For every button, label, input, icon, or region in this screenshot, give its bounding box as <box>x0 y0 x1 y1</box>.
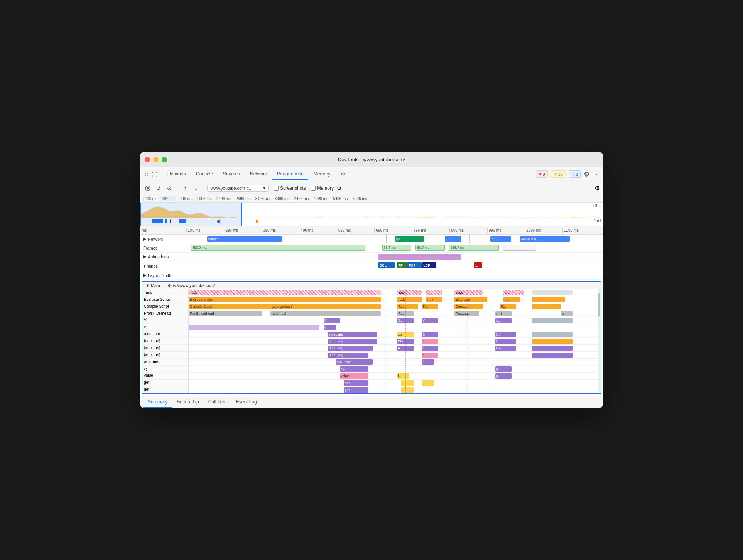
profiling-bar-5[interactable]: (...) <box>495 311 512 316</box>
tab-performance[interactable]: Performance <box>272 169 308 180</box>
compile-bar-3[interactable]: R... <box>397 304 418 309</box>
task-bar-6[interactable] <box>532 290 573 295</box>
sub-bar-i1[interactable]: i... <box>495 318 512 323</box>
tab-call-tree[interactable]: Call Tree <box>204 397 231 408</box>
net-bar-5[interactable]: Generate! <box>520 236 570 242</box>
compile-bar-1[interactable]: Compile Script <box>189 304 270 309</box>
sub-bar-s[interactable]: S <box>422 332 438 337</box>
sub-bar-winmer[interactable]: win...mer <box>336 359 373 365</box>
task-bar-1[interactable]: Task <box>189 290 381 295</box>
reload-button[interactable]: ↺ <box>154 184 163 193</box>
sub-bar-v1[interactable]: V <box>324 318 340 323</box>
tab-elements[interactable]: Elements <box>162 169 191 180</box>
memory-label[interactable]: Memory <box>317 186 334 191</box>
frame-bar-4[interactable]: 216.7 ms <box>449 245 499 251</box>
settings-icon[interactable]: ⚙ <box>584 170 590 179</box>
tab-bottom-up[interactable]: Bottom-Up <box>172 397 203 408</box>
sub-bar-cy[interactable]: cy <box>340 366 368 372</box>
screenshots-checkbox[interactable] <box>274 186 279 191</box>
sub-bar-i2[interactable]: i... <box>397 373 410 379</box>
net-bar-4[interactable]: C... <box>490 236 511 242</box>
error-badge-blue[interactable]: ⊟ 6 <box>569 170 581 178</box>
memory-checkbox[interactable] <box>311 186 316 191</box>
profiling-bar-6[interactable]: b <box>561 311 573 316</box>
timing-fp[interactable]: FP <box>397 262 407 268</box>
tab-sources[interactable]: Sources <box>218 169 245 180</box>
compile-bar-4[interactable]: F...l <box>422 304 438 309</box>
sub-bar-v-lower[interactable]: v <box>324 325 336 330</box>
tab-event-log[interactable]: Event Log <box>231 397 262 408</box>
inspect-icon[interactable]: ⠿ <box>143 170 149 179</box>
sub-bar-v2[interactable]: V <box>422 318 438 323</box>
sub-bar-get1[interactable]: get <box>344 380 369 386</box>
net-bar-1[interactable]: identifi... <box>207 236 282 242</box>
sub-bar-gray1[interactable] <box>532 318 573 323</box>
timing-l[interactable]: L <box>474 262 482 268</box>
close-button[interactable] <box>145 157 150 162</box>
profiling-bar-2[interactable]: (ano...us) <box>270 311 381 316</box>
sub-bar-get2[interactable]: get <box>344 387 369 393</box>
device-icon[interactable]: ⬚ <box>151 170 158 179</box>
url-selector[interactable]: www.youtube.com #1 ▼ <box>207 185 269 192</box>
compile-bar-5[interactable]: Com...ipt <box>454 304 483 309</box>
profiling-bar-1[interactable]: Profili...verhead <box>189 311 262 316</box>
compile-bar-7[interactable] <box>532 304 561 309</box>
frame-bar-3[interactable]: 66.7 ms <box>415 245 445 251</box>
animations-expand-icon[interactable]: ▶ <box>143 254 146 259</box>
eval-bar-1[interactable]: Evaluate Script <box>189 297 381 302</box>
clear-button[interactable]: ⊘ <box>165 184 174 193</box>
sub-bar-parens2[interactable]: (... <box>422 359 434 365</box>
more-options-icon[interactable]: ⋮ <box>593 170 600 179</box>
eval-bar-3[interactable]: F...k <box>426 297 442 302</box>
timing-dcl[interactable]: DCL <box>378 262 395 268</box>
screenshots-label[interactable]: Screenshots <box>280 186 306 191</box>
frame-bar-5[interactable] <box>503 245 536 251</box>
sub-bar-g1[interactable]: g... <box>495 366 512 372</box>
compile-bar-6[interactable]: R... <box>500 304 516 309</box>
task-bar-2[interactable]: Task <box>397 290 422 295</box>
eval-bar-5[interactable]: F... <box>503 297 520 302</box>
timing-lcp[interactable]: LCP <box>422 262 436 268</box>
sub-bar-rf[interactable]: RF <box>495 346 516 351</box>
timing-fcp[interactable]: FCP <box>407 262 422 268</box>
frame-bar-1[interactable]: 450.0 ms <box>191 245 366 251</box>
tab-network[interactable]: Network <box>245 169 272 180</box>
sub-bar-f2[interactable]: f... <box>422 353 438 358</box>
task-bar-3[interactable]: T... <box>426 290 442 295</box>
upload-button[interactable]: ↑ <box>181 184 190 193</box>
animation-bar[interactable] <box>378 254 461 260</box>
compile-bar-2[interactable]: (anonymous) <box>270 304 381 309</box>
net-bar-2[interactable]: gui... <box>395 236 424 242</box>
sub-bar-anous1a[interactable]: (ano...us) <box>328 339 377 344</box>
task-bar-5[interactable]: T... <box>503 290 524 295</box>
error-badge-yellow[interactable]: ⚠ 30 <box>551 170 566 178</box>
capture-settings-icon[interactable]: ⚙ <box>594 185 600 191</box>
sub-bar-get1-yellow[interactable] <box>401 380 414 386</box>
download-button[interactable]: ↓ <box>191 184 201 193</box>
sub-bar-value[interactable]: value <box>340 373 368 379</box>
eval-bar-4[interactable]: Eval...ript <box>454 297 487 302</box>
sub-bar-parens1[interactable]: (...) <box>495 332 516 337</box>
record-button[interactable] <box>143 184 152 193</box>
sub-bar-g2[interactable]: g... <box>495 373 512 379</box>
tab-more[interactable]: >> <box>336 169 350 180</box>
maximize-button[interactable] <box>162 157 167 162</box>
layout-shifts-expand-icon[interactable]: ▶ <box>143 273 146 278</box>
flame-scrollbar[interactable] <box>598 289 601 393</box>
flame-scroll-thumb[interactable] <box>598 293 600 317</box>
sub-bar-d[interactable]: d <box>422 346 438 351</box>
task-bar-4[interactable]: Task <box>454 290 483 295</box>
eval-bar-6[interactable] <box>532 297 565 302</box>
minimize-button[interactable] <box>153 157 159 162</box>
sub-bar-adeate[interactable]: a.de...ate <box>328 332 377 337</box>
sub-bar-b1[interactable]: b... <box>495 339 516 344</box>
net-bar-3[interactable]: v... <box>445 236 461 242</box>
sub-bar-anous2a[interactable]: (ano...us) <box>328 346 373 351</box>
tab-console[interactable]: Console <box>191 169 218 180</box>
memory-settings-icon[interactable]: ⚙ <box>337 185 342 191</box>
eval-bar-2[interactable]: F...k <box>397 297 422 302</box>
sub-bar-f1[interactable]: f... <box>422 339 438 344</box>
network-expand-icon[interactable]: ▶ <box>143 236 146 241</box>
tab-summary[interactable]: Summary <box>143 397 172 408</box>
sub-bar-anous3a[interactable]: (ano...us) <box>328 353 368 358</box>
